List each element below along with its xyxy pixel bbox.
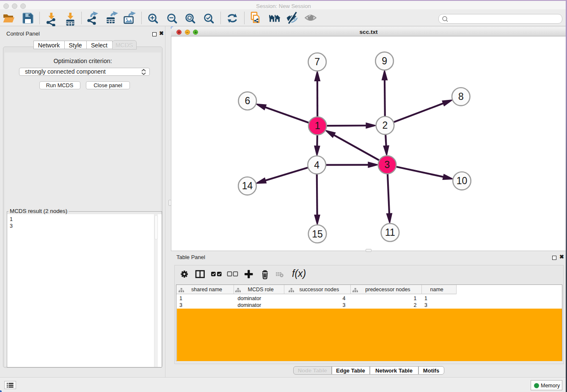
svg-text:3: 3 [385, 159, 390, 170]
svg-text:4: 4 [314, 160, 319, 171]
svg-text:11: 11 [385, 227, 395, 238]
svg-text:f(x): f(x) [292, 268, 306, 279]
svg-text:7: 7 [314, 56, 320, 67]
svg-text:2: 2 [383, 120, 388, 131]
svg-text:10: 10 [457, 175, 468, 186]
svg-text:1: 1 [315, 120, 320, 131]
svg-text:6: 6 [245, 95, 250, 106]
svg-text:8: 8 [458, 91, 464, 102]
svg-text:14: 14 [242, 180, 253, 191]
svg-text:9: 9 [382, 55, 387, 66]
svg-text:15: 15 [312, 229, 323, 240]
